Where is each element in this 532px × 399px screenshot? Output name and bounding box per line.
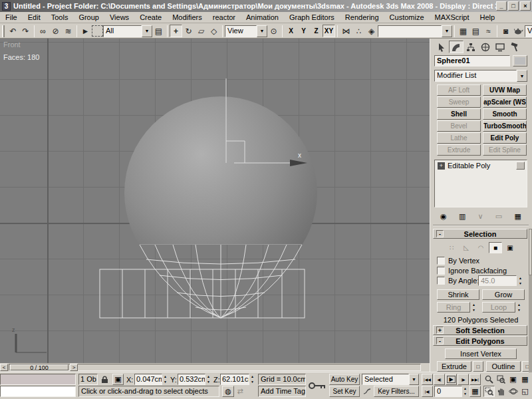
menu-help[interactable]: Help [475,12,501,23]
tab-motion[interactable] [478,41,493,53]
align-icon[interactable]: ▦ [457,25,469,37]
coord-x-spinner[interactable]: ▲▼ [162,374,168,384]
panel-scrollbar-thumb[interactable] [529,229,532,275]
by-angle-field[interactable]: 45.0 [478,275,517,286]
current-frame-field[interactable]: 0 [434,386,462,397]
checkbox-ignore-backfacing[interactable]: Ignore Backfacing [437,267,507,275]
toolbar-grip[interactable] [2,25,5,37]
make-unique-icon[interactable]: ∨ [478,212,483,221]
axis-constraint-xy[interactable]: XY [323,25,335,37]
dropdown-arrow-icon[interactable]: ▼ [517,70,527,82]
coord-x-field[interactable]: 0.047cm [134,374,162,385]
undo-icon[interactable]: ↶ [7,25,19,37]
add-time-tag[interactable]: Add Time Tag [258,386,306,397]
menu-tools[interactable]: Tools [46,12,74,23]
menu-edit[interactable]: Edit [23,12,46,23]
menu-graph-editors[interactable]: Graph Editors [284,12,340,23]
modifier-button-uvw-map[interactable]: UVW Map [483,84,527,96]
zoom-all-icon[interactable] [495,374,507,385]
minimize-button[interactable]: _ [496,1,507,11]
menu-group[interactable]: Group [73,12,104,23]
auto-key-button[interactable]: Auto Key [329,374,360,385]
key-filters-button[interactable]: Key Filters... [374,386,419,397]
next-frame-button[interactable]: |▶ [458,374,469,385]
swap-icon[interactable]: ⇄ [235,386,245,397]
checkbox-by-vertex[interactable]: By Vertex [437,257,479,265]
menu-modifiers[interactable]: Modifiers [167,12,207,23]
redo-icon[interactable]: ↷ [19,25,32,37]
extrude-button[interactable]: Extrude [437,361,471,372]
checkbox-box[interactable] [437,267,445,275]
region-zoom-icon[interactable] [483,386,495,397]
tab-hierarchy[interactable] [464,41,478,53]
time-configuration-icon[interactable]: ▦ [469,386,481,397]
rollout-edit-polygons-header[interactable]: - Edit Polygons [433,336,527,346]
curve-editor-icon[interactable]: ≈ [482,25,495,37]
time-slider-next[interactable]: > [70,364,78,371]
subobject-element-icon[interactable]: ▣ [503,242,517,253]
stack-item-editable-poly[interactable]: + Editable Poly [435,160,527,171]
edit-named-selections-icon[interactable]: ◈ [365,25,378,37]
key-mode-toggle-button[interactable]: |◀| [422,386,433,397]
axis-constraint-z[interactable]: Z [310,25,323,37]
tab-modify[interactable] [449,41,464,53]
ring-spinner[interactable]: ▲▼ [471,302,477,313]
axis-constraint-x[interactable]: X [285,25,297,37]
selection-region-icon[interactable] [92,25,103,37]
subobject-edge-icon[interactable]: ◺ [460,242,473,253]
bind-to-space-warp-icon[interactable]: ≋ [62,25,74,37]
show-end-result-icon[interactable]: ▥ [459,212,466,221]
material-editor-icon[interactable]: ◙ [499,25,512,37]
zoom-extents-all-icon[interactable]: ▦ [519,374,531,385]
previous-frame-button[interactable]: ◀| [434,374,445,385]
checkbox-box[interactable] [437,277,445,285]
axis-constraint-y[interactable]: Y [297,25,310,37]
panel-scrollbar[interactable] [529,229,532,372]
stack-expand-icon[interactable]: + [438,162,445,170]
coord-z-spinner[interactable]: ▲▼ [249,374,255,384]
extrude-settings-icon[interactable]: □ [473,361,483,372]
subobject-polygon-icon[interactable]: ■ [489,242,502,253]
coord-y-field[interactable]: 0.532cm [178,374,205,385]
play-button[interactable]: ▶ [446,374,457,385]
restore-button[interactable]: □ [508,1,519,11]
menu-views[interactable]: Views [104,12,134,23]
grow-button[interactable]: Grow [482,289,525,300]
render-type-dropdown[interactable]: View ▼ [525,25,532,37]
mirror-icon[interactable]: ⋈ [340,25,352,37]
stack-item-icon[interactable] [516,162,525,170]
rollout-collapse-icon[interactable]: - [436,230,444,237]
modifier-button-mapscaler[interactable]: apScaler (WSM [483,96,527,108]
by-angle-spinner[interactable]: ▲▼ [517,275,523,286]
coord-z-field[interactable]: 62.101cm [220,374,249,385]
modifier-list-dropdown[interactable]: Modifier List ▼ [434,70,527,82]
selection-lock-icon[interactable] [100,374,110,384]
modifier-button-shell[interactable]: Shell [437,108,481,120]
subobject-border-icon[interactable]: ◠ [474,242,487,253]
checkbox-box[interactable] [437,257,445,265]
go-to-end-button[interactable]: ▶▶| [469,374,481,385]
zoom-icon[interactable] [483,374,495,385]
remove-modifier-icon[interactable]: ▭ [495,212,502,221]
set-key-button[interactable]: Set Key [329,386,360,397]
pin-stack-icon[interactable]: ◉ [440,212,447,221]
modifier-button-smooth[interactable]: Smooth [483,108,527,120]
rollout-collapse-icon[interactable]: - [436,337,444,344]
dropdown-arrow-icon[interactable]: ▼ [442,25,452,37]
rollout-soft-selection-header[interactable]: + Soft Selection [433,325,527,335]
select-object-icon[interactable]: ► [79,25,92,37]
menu-file[interactable]: File [0,12,23,23]
menu-rendering[interactable]: Rendering [340,12,384,23]
maxscript-listener-white[interactable] [0,386,76,397]
select-by-name-icon[interactable]: ▤ [152,25,165,37]
insert-vertex-button[interactable]: Insert Vertex [445,348,517,359]
rollout-expand-icon[interactable]: + [436,327,444,334]
dropdown-arrow-icon[interactable]: ▼ [257,25,267,37]
loop-spinner[interactable]: ▲▼ [516,302,522,313]
outline-button[interactable]: Outline [486,361,521,372]
menu-customize[interactable]: Customize [384,12,430,23]
pan-icon[interactable] [495,386,507,397]
dropdown-arrow-icon[interactable]: ▼ [409,374,419,385]
frame-spinner[interactable]: ▲▼ [462,386,468,396]
tab-utilities[interactable] [507,41,522,53]
